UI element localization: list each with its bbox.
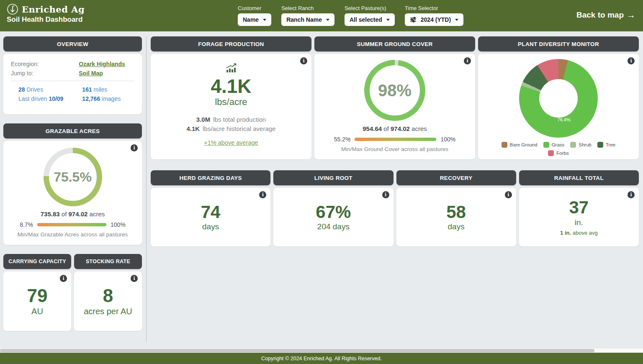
drive-stats: 28 Drives 161 miles Last driven 10/09 12… xyxy=(11,86,134,102)
carrying-capacity-unit: AU xyxy=(31,307,43,316)
info-icon[interactable]: i xyxy=(464,57,471,64)
forage-production-panel: FORAGE PRODUCTION i xyxy=(151,36,311,159)
rainfall-panel: RAINFALL TOTAL i 37 in. 1 in. above avg xyxy=(519,170,639,246)
arrow-right-icon: → xyxy=(627,10,635,20)
info-icon[interactable]: i xyxy=(131,144,138,151)
carrying-capacity-card: i 79 AU xyxy=(3,272,71,331)
ground-cover-card: i 98% 954.64 of 974.02 acres 55.2% 100% … xyxy=(314,54,475,159)
enriched-ag-logo-icon xyxy=(7,3,18,15)
forage-production-header: FORAGE PRODUCTION xyxy=(151,36,311,51)
info-icon[interactable]: i xyxy=(259,191,266,198)
top-card-row: FORAGE PRODUCTION i xyxy=(151,36,639,159)
pasture-select-value: All selected xyxy=(350,16,382,23)
info-icon[interactable]: i xyxy=(628,57,635,64)
rainfall-card: i 37 in. 1 in. above avg xyxy=(519,188,639,246)
rainfall-header: RAINFALL TOTAL xyxy=(519,170,639,185)
grazable-acres-panel: GRAZABLE ACRES i 75.5% 735.83 of 974.02 … xyxy=(3,123,142,245)
carrying-capacity-header: CARRYING CAPACITY xyxy=(3,254,71,269)
overview-card: Ecoregion: Ozark Highlands Jump to: Soil… xyxy=(3,54,142,114)
living-root-value: 67% xyxy=(316,203,351,221)
above-average-link[interactable]: +1% above average xyxy=(204,139,258,146)
plant-diversity-donut: 76.4% xyxy=(519,59,598,138)
back-to-map-label: Back to map xyxy=(576,10,624,20)
legend-swatch xyxy=(543,142,549,148)
sliders-icon xyxy=(410,17,417,23)
trend-chart-icon xyxy=(225,63,237,73)
chevron-down-icon xyxy=(326,19,329,21)
brand-name: Enriched Ag xyxy=(22,4,85,15)
capacity-row: CARRYING CAPACITY i 79 AU STOCKING RATE … xyxy=(3,254,142,331)
chevron-down-icon xyxy=(263,19,266,21)
main-panel: FORAGE PRODUCTION i xyxy=(147,36,639,349)
legend-swatch xyxy=(570,142,576,148)
stocking-rate-panel: STOCKING RATE i 8 acres per AU xyxy=(74,254,142,331)
customer-select[interactable]: Name xyxy=(238,13,271,26)
legend-item: Grass xyxy=(543,142,565,148)
chevron-down-icon xyxy=(455,19,458,21)
top-bar: Enriched Ag Soil Health Dashboard Custom… xyxy=(0,0,643,31)
minmax-gradient-bar xyxy=(37,223,106,226)
herd-grazing-panel: HERD GRAZING DAYS i 74 days xyxy=(151,170,270,246)
forage-production-card: i 4.1K xyxy=(151,54,311,159)
legend-item: Forbs xyxy=(548,150,568,156)
info-icon[interactable]: i xyxy=(628,191,635,198)
recovery-value: 58 xyxy=(446,203,466,221)
ranch-label: Select Ranch xyxy=(281,5,334,11)
time-selector-label: Time Selector xyxy=(405,5,463,11)
ecoregion-link[interactable]: Ozark Highlands xyxy=(79,61,134,67)
drives-stat: 28 Drives xyxy=(18,86,82,93)
rainfall-value: 37 xyxy=(569,198,589,217)
plant-diversity-panel: PLANT DIVERSITY MONITOR i 76.4% Bare Gro… xyxy=(478,36,639,159)
rainfall-unit: in. xyxy=(575,218,583,227)
grazable-acres-donut: 75.5% xyxy=(44,148,102,206)
time-selector[interactable]: 2024 (YTD) xyxy=(405,13,463,26)
bottom-card-row: HERD GRAZING DAYS i 74 days LIVING ROOT … xyxy=(151,170,639,246)
legend-item: Bare Ground xyxy=(502,142,538,148)
ground-cover-percent: 98% xyxy=(364,60,425,121)
stocking-rate-card: i 8 acres per AU xyxy=(74,272,142,331)
info-icon[interactable]: i xyxy=(505,191,512,198)
info-icon[interactable]: i xyxy=(131,275,138,282)
soil-map-link[interactable]: Soil Map xyxy=(79,70,134,77)
plant-diversity-legend: Bare Ground Grass Shrub Tree Forbs xyxy=(496,142,621,156)
page-title: Soil Health Dashboard xyxy=(7,15,85,24)
grazable-minmax: 8.7% 100% xyxy=(3,221,142,228)
info-icon[interactable]: i xyxy=(382,191,389,198)
legend-item: Shrub xyxy=(570,142,592,148)
grazable-acres-value: 735.83 of 974.02 acres xyxy=(3,210,142,218)
pasture-select[interactable]: All selected xyxy=(345,13,395,26)
ground-cover-caption: Min/Max Ground Cover across all pastures xyxy=(314,146,475,152)
left-sidebar: OVERVIEW Ecoregion: Ozark Highlands Jump… xyxy=(3,36,142,349)
ranch-select[interactable]: Ranch Name xyxy=(281,13,334,26)
divider xyxy=(11,81,134,81)
max-label: 100% xyxy=(440,136,455,143)
horizontal-scrollbar xyxy=(0,349,643,353)
rainfall-note: 1 in. above avg xyxy=(560,230,598,236)
herd-grazing-unit: days xyxy=(202,222,219,231)
customer-select-value: Name xyxy=(243,16,259,23)
herd-grazing-header: HERD GRAZING DAYS xyxy=(151,170,270,185)
overview-header: OVERVIEW xyxy=(3,36,142,51)
grazable-caption: Min/Max Grazable Acres across all pastur… xyxy=(3,231,142,238)
jump-to-label: Jump to: xyxy=(11,70,79,77)
brand: Enriched Ag Soil Health Dashboard xyxy=(7,3,85,24)
ground-cover-minmax: 55.2% 100% xyxy=(314,136,475,143)
back-to-map-link[interactable]: Back to map → xyxy=(576,10,635,20)
ground-cover-panel: SUMMER GROUND COVER i 98% 954.64 of 974.… xyxy=(314,36,475,159)
living-root-unit: 204 days xyxy=(317,222,350,231)
ground-cover-donut: 98% xyxy=(364,60,425,121)
carrying-capacity-value: 79 xyxy=(27,286,48,305)
grazable-acres-card: i 75.5% 735.83 of 974.02 acres 8.7% 100%… xyxy=(3,141,142,245)
filter-bar: Customer Name Select Ranch Ranch Name Se… xyxy=(238,5,463,26)
ecoregion-label: Ecoregion: xyxy=(11,61,79,67)
scrollbar-thumb[interactable] xyxy=(0,349,594,352)
recovery-panel: RECOVERY i 58 days xyxy=(396,170,516,246)
images-stat: 12,766 images xyxy=(82,95,134,102)
miles-stat: 161 miles xyxy=(82,86,134,93)
grass-slice-label: 76.4% xyxy=(558,117,571,122)
minmax-gradient-bar xyxy=(355,138,436,141)
forage-unit: lbs/acre xyxy=(215,97,247,108)
info-icon[interactable]: i xyxy=(60,275,67,282)
min-label: 55.2% xyxy=(334,136,351,143)
info-icon[interactable]: i xyxy=(300,57,307,64)
